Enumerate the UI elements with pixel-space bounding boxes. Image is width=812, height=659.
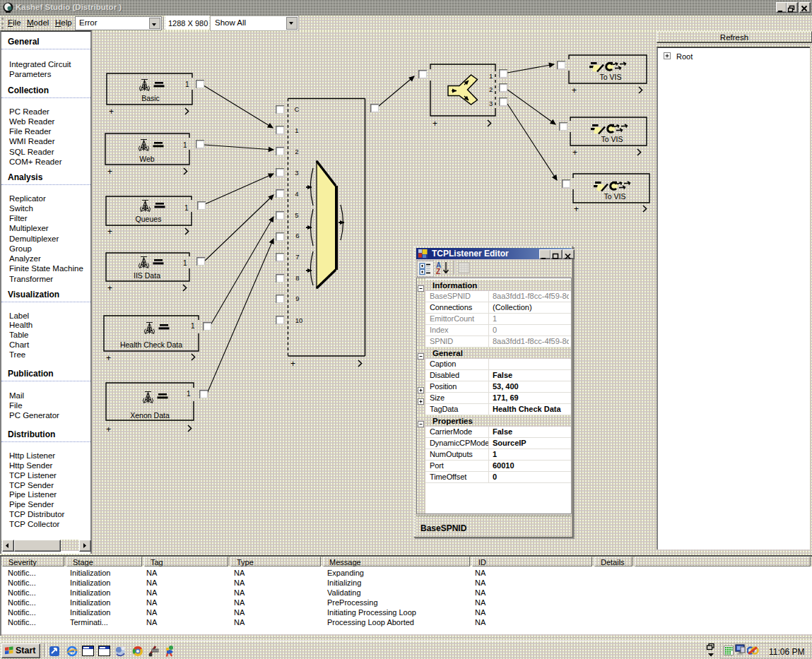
svg-text:+: + xyxy=(574,204,579,214)
svg-text:8: 8 xyxy=(295,274,299,282)
svg-text:4: 4 xyxy=(295,190,298,198)
svg-text:IIS Data: IIS Data xyxy=(134,271,160,280)
svg-text:1: 1 xyxy=(489,72,493,80)
svg-text:+: + xyxy=(109,107,114,117)
svg-text:+: + xyxy=(107,227,112,237)
svg-text:Basic: Basic xyxy=(141,94,160,102)
svg-text:1: 1 xyxy=(295,126,298,134)
svg-text:2: 2 xyxy=(489,85,493,93)
svg-text:+: + xyxy=(572,85,577,95)
svg-text:6: 6 xyxy=(295,232,299,239)
svg-text:Xenon Data: Xenon Data xyxy=(130,411,170,420)
svg-text:1: 1 xyxy=(187,390,191,398)
svg-text:5: 5 xyxy=(295,211,298,219)
svg-text:3: 3 xyxy=(295,169,298,177)
svg-text:+: + xyxy=(290,359,295,369)
svg-text:Web: Web xyxy=(139,155,155,163)
svg-text:3: 3 xyxy=(489,100,493,107)
svg-text:Queues: Queues xyxy=(136,215,162,223)
svg-text:1: 1 xyxy=(183,259,187,267)
svg-text:+: + xyxy=(106,425,111,434)
svg-text:+: + xyxy=(433,119,437,129)
svg-text:+: + xyxy=(107,283,112,293)
svg-text:+: + xyxy=(106,353,111,363)
svg-text:C: C xyxy=(295,105,300,113)
svg-text:To VIS: To VIS xyxy=(600,73,622,81)
svg-text:10: 10 xyxy=(295,316,303,324)
svg-text:9: 9 xyxy=(295,295,299,302)
svg-text:1: 1 xyxy=(184,204,189,212)
svg-text:1: 1 xyxy=(191,322,195,330)
svg-text:1: 1 xyxy=(183,141,187,149)
svg-text:To VIS: To VIS xyxy=(604,192,626,201)
svg-text:To VIS: To VIS xyxy=(601,135,623,143)
svg-text:1: 1 xyxy=(185,81,189,88)
svg-text:7: 7 xyxy=(295,253,299,261)
svg-text:+: + xyxy=(107,167,112,177)
svg-text:2: 2 xyxy=(295,148,298,155)
svg-text:Health Check Data: Health Check Data xyxy=(120,340,182,349)
svg-text:Z: Z xyxy=(436,268,440,275)
svg-text:+: + xyxy=(572,148,577,158)
